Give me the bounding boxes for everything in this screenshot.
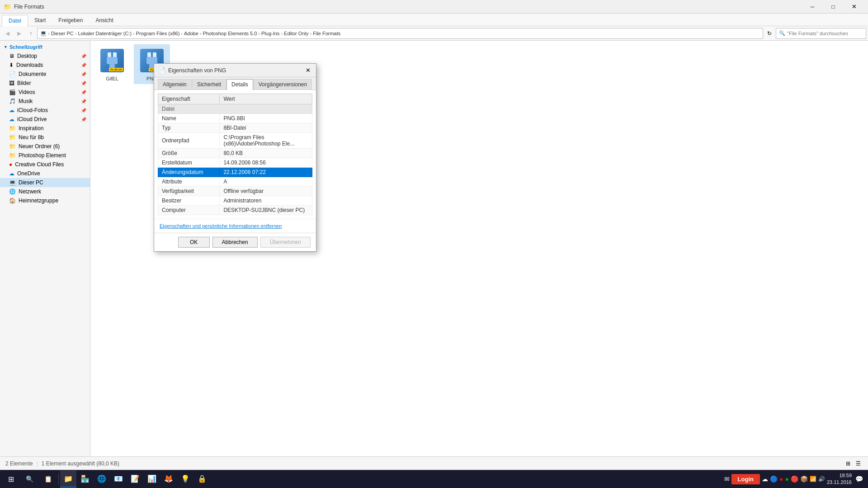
dialog-content: Eigenschaft Wert Datei Name PNG.8BI [154, 90, 316, 219]
dialog-title-icon: 📄 [158, 67, 165, 74]
table-row: Verfügbarkeit Offline verfügbar [158, 187, 312, 196]
view-large-button[interactable]: ⊞ [844, 459, 853, 468]
sidebar-item-neu8b[interactable]: 📁 Neu für 8b [0, 133, 90, 142]
sidebar-item-icloud-fotos[interactable]: ☁ iCloud-Fotos 📌 [0, 106, 90, 115]
tab-start[interactable]: Start [28, 15, 52, 26]
table-row-highlighted: Änderungsdatum 22.12.2006 07:22 [158, 168, 312, 177]
status-bar: 2 Elemente | 1 Element ausgewählt (80,0 … [0, 456, 868, 470]
taskbar-excel[interactable]: 📊 [144, 470, 160, 488]
sidebar-item-downloads[interactable]: ⬇ Downloads 📌 [0, 61, 90, 70]
col-eigenschaft: Eigenschaft [158, 94, 220, 104]
sidebar-item-icloud-drive[interactable]: ☁ iCloud Drive 📌 [0, 115, 90, 124]
pc-icon: 💻 [9, 179, 16, 186]
dialog-close-button[interactable]: ✕ [303, 66, 312, 75]
tab-ansicht[interactable]: Ansicht [89, 15, 119, 26]
breadcrumb-sep0: › [48, 31, 50, 36]
back-button[interactable]: ◀ [2, 28, 13, 39]
breadcrumb-sep5: › [258, 31, 260, 36]
sidebar-item-label: Creative Cloud Files [15, 161, 64, 168]
search-taskbar-button[interactable]: 🔍 [20, 470, 38, 488]
content-area: PLUG-IN GifEL PLUG-IN PNG [90, 41, 868, 456]
downloads-icon: ⬇ [9, 62, 14, 68]
property-name: Name [158, 114, 220, 123]
dialog-tab-allgemein[interactable]: Allgemein [158, 79, 192, 89]
up-button[interactable]: ↑ [25, 28, 36, 39]
sidebar-item-creative-cloud[interactable]: ● Creative Cloud Files [0, 160, 90, 169]
minimize-button[interactable]: ─ [802, 0, 823, 14]
volume-icon: 🔊 [818, 476, 825, 482]
taskbar-app10[interactable]: 🔒 [194, 470, 210, 488]
sidebar-item-heimnetz[interactable]: 🏠 Heimnetzgruppe [0, 196, 90, 205]
sidebar-item-pictures[interactable]: 🖼 Bilder 📌 [0, 79, 90, 88]
sidebar-item-inspiration[interactable]: 📁 Inspiration [0, 124, 90, 133]
property-value: 8BI-Datei [220, 123, 312, 133]
sidebar-item-onedrive[interactable]: ☁ OneDrive [0, 169, 90, 178]
taskbar-mail[interactable]: 📧 [110, 470, 127, 488]
taskbar-ie[interactable]: 🌐 [94, 470, 110, 488]
cloud-taskbar: ☁ [762, 475, 768, 483]
property-value: Administratoren [220, 196, 312, 206]
dialog-tab-vorgaenger[interactable]: Vorgängerversionen [254, 79, 312, 89]
breadcrumb-pc: 💻 [40, 30, 47, 36]
icloud-fotos-icon: ☁ [9, 107, 14, 113]
maximize-button[interactable]: □ [823, 0, 844, 14]
property-name: Erstelldatum [158, 158, 220, 168]
task-view-button[interactable]: 📋 [39, 470, 57, 488]
taskbar-store[interactable]: 🏪 [77, 470, 93, 488]
property-value: C:\Program Files (x86)\Adobe\Photoshop E… [220, 133, 312, 149]
breadcrumb-sep7: › [310, 31, 311, 36]
dialog-overlay: 📄 Eigenschaften von PNG ✕ Allgemein Sich… [90, 41, 868, 456]
pin-icon: 📌 [81, 81, 86, 86]
taskbar-explorer[interactable]: 📁 [60, 470, 76, 488]
network-icon: 🌐 [9, 188, 16, 195]
sidebar-item-label: Inspiration [19, 125, 43, 131]
breadcrumb-item2: Program Files (x86) [136, 31, 180, 36]
sidebar-item-label: Netzwerk [19, 188, 41, 195]
sidebar-section-quickaccess: ▼ Schnellzugriff [0, 42, 90, 52]
remove-properties-link[interactable]: Eigenschaften und persönliche Informatio… [160, 223, 282, 229]
apply-button[interactable]: Übernehmen [260, 237, 311, 248]
search-box: 🔍 [776, 28, 866, 39]
taskbar-app9[interactable]: 💡 [177, 470, 193, 488]
dialog-tab-details[interactable]: Details [226, 79, 253, 90]
ok-button[interactable]: OK [178, 237, 210, 248]
forward-button[interactable]: ▶ [14, 28, 24, 39]
property-name: Größe [158, 149, 220, 158]
table-row: Besitzer Administratoren [158, 196, 312, 206]
sidebar-item-neuer-ordner[interactable]: 📁 Neuer Ordner (6) [0, 142, 90, 151]
sidebar-item-netzwerk[interactable]: 🌐 Netzwerk [0, 187, 90, 196]
properties-dialog: 📄 Eigenschaften von PNG ✕ Allgemein Sich… [154, 63, 316, 252]
cancel-button[interactable]: Abbrechen [212, 237, 258, 248]
sidebar-item-videos[interactable]: 🎬 Videos 📌 [0, 88, 90, 97]
pin-icon: 📌 [81, 117, 86, 122]
sidebar-item-photoshop[interactable]: 📁 Photoshop Element [0, 151, 90, 160]
window-titlebar: 📁 File Formats ─ □ ✕ [0, 0, 868, 14]
sidebar-item-label: Dokumente [19, 71, 46, 77]
refresh-button[interactable]: ↻ [764, 28, 775, 39]
taskbar-firefox[interactable]: 🦊 [160, 470, 177, 488]
sidebar-item-music[interactable]: 🎵 Musik 📌 [0, 97, 90, 106]
sidebar-item-dieser-pc[interactable]: 💻 Dieser PC [0, 178, 90, 187]
login-button[interactable]: Login [731, 474, 760, 484]
close-button[interactable]: ✕ [844, 0, 864, 14]
taskbar-separator [58, 474, 59, 484]
search-input[interactable] [787, 31, 863, 36]
address-path[interactable]: 💻 › Dieser PC › Lokaler Datenträger (C:)… [37, 28, 763, 39]
sidebar-item-label: Photoshop Element [19, 152, 66, 159]
sidebar-item-documents[interactable]: 📄 Dokumente 📌 [0, 70, 90, 79]
breadcrumb-item3: Adobe [184, 31, 198, 36]
tab-datei[interactable]: Datei [2, 15, 28, 26]
view-detail-button[interactable]: ☰ [854, 459, 863, 468]
sidebar-item-label: Downloads [16, 62, 43, 68]
property-value-highlighted: 22.12.2006 07:22 [220, 168, 312, 177]
taskbar-word[interactable]: 📝 [127, 470, 143, 488]
sidebar-item-label: Heimnetzgruppe [19, 197, 58, 204]
table-row: Computer DESKTOP-SU2JBNC (dieser PC) [158, 206, 312, 215]
start-button[interactable]: ⊞ [2, 470, 20, 488]
dialog-tab-sicherheit[interactable]: Sicherheit [192, 79, 226, 89]
sidebar-item-desktop[interactable]: 🖥 Desktop 📌 [0, 52, 90, 61]
table-row: Typ 8BI-Datei [158, 123, 312, 133]
address-bar: ◀ ▶ ↑ 💻 › Dieser PC › Lokaler Datenträge… [0, 26, 868, 41]
notification-button[interactable]: 💬 [854, 470, 864, 488]
tab-freigeben[interactable]: Freigeben [52, 15, 89, 26]
